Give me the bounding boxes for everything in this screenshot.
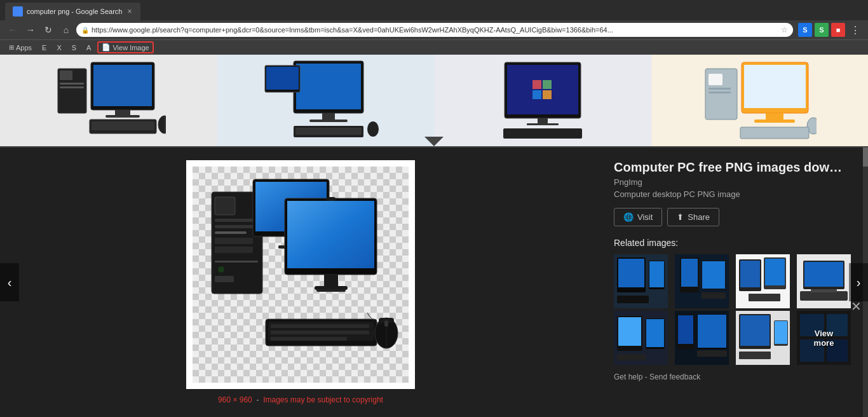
view-more-text: View more <box>814 329 834 348</box>
svg-point-51 <box>218 266 224 273</box>
svg-rect-84 <box>681 259 698 287</box>
view-image-bookmark[interactable]: 📄 View Image <box>97 41 153 53</box>
active-tab[interactable]: computer png - Google Search × <box>5 3 140 20</box>
bottom-separator: - <box>645 373 649 381</box>
svg-rect-6 <box>115 110 130 115</box>
tab-title: computer png - Google Search <box>27 8 122 15</box>
tab-bar: computer png - Google Search × <box>0 0 868 20</box>
svg-rect-92 <box>765 259 785 285</box>
next-image-button[interactable]: › <box>849 263 868 301</box>
share-button[interactable]: ⬆ Share <box>667 208 719 226</box>
bookmark-e[interactable]: E <box>38 43 50 53</box>
related-images-grid: View more <box>614 254 855 365</box>
get-help-link[interactable]: Get help <box>614 373 642 381</box>
svg-rect-54 <box>215 247 253 253</box>
svg-rect-31 <box>709 74 722 85</box>
bottom-links: Get help - Send feedback <box>614 373 855 381</box>
address-bar[interactable]: 🔒 https://www.google.pl/search?q=compute… <box>76 23 793 37</box>
svg-rect-107 <box>678 315 693 344</box>
svg-point-18 <box>367 121 379 137</box>
svg-rect-90 <box>740 261 760 287</box>
bookmark-apps[interactable]: ⊞ Apps <box>5 43 36 53</box>
svg-rect-20 <box>266 67 299 90</box>
detail-area: ‹ <box>0 147 868 417</box>
svg-rect-27 <box>538 118 548 123</box>
bookmark-a-label: A <box>86 44 91 51</box>
svg-rect-26 <box>543 90 552 99</box>
svg-rect-37 <box>754 120 795 123</box>
svg-rect-9 <box>92 121 154 130</box>
svg-rect-33 <box>709 92 731 93</box>
svg-rect-52 <box>215 276 234 282</box>
related-thumb-3[interactable] <box>736 254 790 308</box>
svg-rect-93 <box>749 294 780 301</box>
profile-button-1[interactable]: S <box>798 23 812 37</box>
svg-rect-15 <box>309 120 348 122</box>
scrollbar-thumb[interactable] <box>863 147 868 167</box>
image-strip <box>0 55 868 147</box>
tab-favicon <box>13 6 23 17</box>
menu-button[interactable]: ⋮ <box>848 24 863 36</box>
lock-icon: 🔒 <box>81 27 89 34</box>
bookmark-x[interactable]: X <box>53 43 65 53</box>
related-thumb-2[interactable] <box>675 254 729 308</box>
svg-rect-28 <box>527 123 559 125</box>
close-button[interactable]: ✕ <box>851 300 862 313</box>
svg-rect-103 <box>646 319 664 347</box>
related-thumb-5[interactable] <box>614 311 668 365</box>
bookmark-s[interactable]: S <box>68 43 80 53</box>
reload-button[interactable]: ↻ <box>41 22 56 38</box>
apps-icon: ⊞ <box>9 44 14 51</box>
bookmark-s-label: S <box>72 44 76 51</box>
related-thumb-6[interactable] <box>675 311 729 365</box>
globe-icon: 🌐 <box>623 212 634 222</box>
strip-image-4[interactable] <box>651 55 869 146</box>
svg-rect-49 <box>215 231 247 234</box>
address-text: https://www.google.pl/search?q=computer+… <box>92 26 778 34</box>
svg-rect-7 <box>105 115 140 118</box>
view-more-button[interactable]: View more <box>797 311 851 365</box>
extension-button[interactable]: ■ <box>831 23 845 37</box>
visit-button[interactable]: 🌐 Visit <box>614 208 662 226</box>
svg-rect-63 <box>324 275 338 286</box>
svg-rect-87 <box>702 292 726 299</box>
strip-image-2[interactable] <box>217 55 435 146</box>
image-description: Computer desktop PC PNG image <box>614 189 855 199</box>
svg-rect-13 <box>296 64 361 109</box>
related-thumb-1[interactable] <box>614 254 668 308</box>
related-images-label: Related images: <box>614 238 855 248</box>
right-panel: ✕ Computer PC free PNG images dow… PngIm… <box>601 147 868 417</box>
svg-rect-109 <box>698 315 726 348</box>
svg-rect-80 <box>649 261 664 287</box>
svg-rect-47 <box>215 219 258 222</box>
view-more-line2: more <box>814 338 834 348</box>
main-image[interactable] <box>186 160 415 389</box>
svg-rect-29 <box>503 128 582 139</box>
previous-image-button[interactable]: ‹ <box>0 263 19 301</box>
back-button[interactable]: ← <box>5 22 20 38</box>
bookmark-a[interactable]: A <box>83 43 95 53</box>
browser-chrome: computer png - Google Search × ← → ↻ ⌂ 🔒… <box>0 0 868 39</box>
strip-image-1[interactable] <box>0 55 217 146</box>
profile-button-2[interactable]: S <box>815 23 829 37</box>
strip-arrow <box>424 137 444 146</box>
svg-rect-98 <box>811 289 837 292</box>
share-icon: ⬆ <box>677 212 684 222</box>
svg-rect-78 <box>618 259 644 287</box>
forward-button[interactable]: → <box>23 22 38 38</box>
related-thumb-7[interactable] <box>736 311 790 365</box>
svg-rect-35 <box>744 65 806 108</box>
main-image-area: 960 × 960 - Images may be subject to cop… <box>0 147 601 417</box>
svg-rect-101 <box>618 317 641 346</box>
star-icon: ☆ <box>781 25 788 34</box>
home-button[interactable]: ⌂ <box>58 22 74 38</box>
send-feedback-link[interactable]: Send feedback <box>649 373 700 381</box>
image-caption: 960 × 960 - Images may be subject to cop… <box>218 395 383 404</box>
svg-rect-69 <box>271 324 369 328</box>
tab-close-button[interactable]: × <box>126 7 133 16</box>
strip-image-3[interactable] <box>434 55 651 146</box>
svg-rect-110 <box>697 350 727 357</box>
svg-rect-50 <box>215 261 258 263</box>
image-dimensions: 960 × 960 <box>218 395 252 404</box>
related-thumb-4[interactable] <box>797 254 851 308</box>
